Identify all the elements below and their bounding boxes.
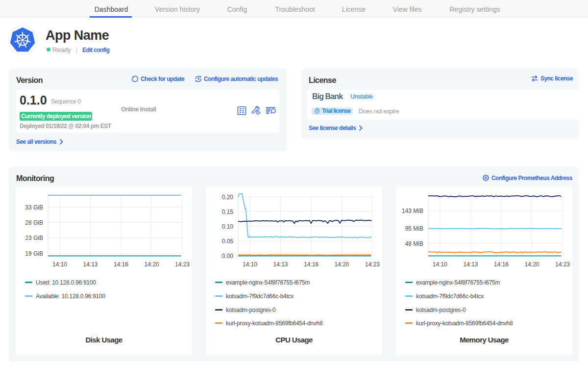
svg-text:14:10: 14:10 — [52, 261, 67, 268]
svg-text:0.05: 0.05 — [222, 238, 234, 245]
svg-text:143 MiB: 143 MiB — [402, 208, 423, 214]
svg-text:14:10: 14:10 — [433, 261, 447, 268]
svg-text:0.15: 0.15 — [222, 209, 234, 215]
svg-text:19 GiB: 19 GiB — [25, 250, 43, 257]
svg-text:14:16: 14:16 — [114, 261, 128, 268]
svg-text:14:13: 14:13 — [273, 261, 288, 268]
svg-text:14:20: 14:20 — [144, 261, 159, 268]
svg-text:14:16: 14:16 — [304, 261, 318, 268]
svg-text:48 MiB: 48 MiB — [405, 240, 423, 247]
svg-text:14:23: 14:23 — [175, 261, 190, 268]
svg-text:0.20: 0.20 — [222, 194, 234, 201]
svg-text:14:20: 14:20 — [334, 261, 349, 268]
svg-text:23 GiB: 23 GiB — [25, 235, 43, 241]
svg-text:95 MiB: 95 MiB — [405, 225, 423, 232]
svg-text:0.00: 0.00 — [222, 253, 234, 260]
svg-text:28 GiB: 28 GiB — [25, 219, 43, 226]
svg-text:33 GiB: 33 GiB — [25, 204, 43, 211]
svg-text:14:13: 14:13 — [83, 261, 98, 268]
svg-text:14:20: 14:20 — [524, 261, 539, 268]
svg-text:0.10: 0.10 — [222, 223, 234, 230]
svg-text:14:23: 14:23 — [365, 261, 380, 268]
svg-text:14:10: 14:10 — [243, 261, 257, 268]
svg-text:14:16: 14:16 — [494, 261, 509, 268]
svg-text:14:13: 14:13 — [463, 261, 478, 268]
svg-text:14:23: 14:23 — [555, 261, 570, 268]
